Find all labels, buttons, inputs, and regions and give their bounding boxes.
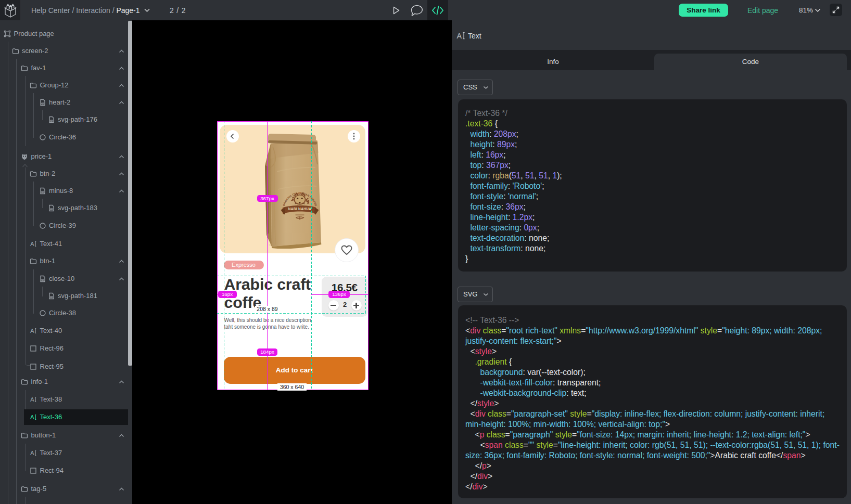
svg-text:svg: svg — [50, 208, 53, 210]
svg-text:svg: svg — [50, 120, 53, 122]
svg-text:A: A — [457, 32, 462, 40]
svg-text:svg: svg — [41, 279, 44, 281]
svg-text:A: A — [30, 396, 34, 403]
svg-text:svg: svg — [41, 102, 44, 105]
svg-text:NABI NAHUA: NABI NAHUA — [288, 207, 312, 211]
svg-text:svg: svg — [50, 296, 53, 298]
svg-text:A: A — [30, 450, 34, 456]
svg-text:A: A — [30, 414, 34, 420]
svg-text:A: A — [30, 241, 34, 247]
svg-text:A: A — [30, 328, 34, 334]
svg-text:svg: svg — [41, 191, 44, 193]
